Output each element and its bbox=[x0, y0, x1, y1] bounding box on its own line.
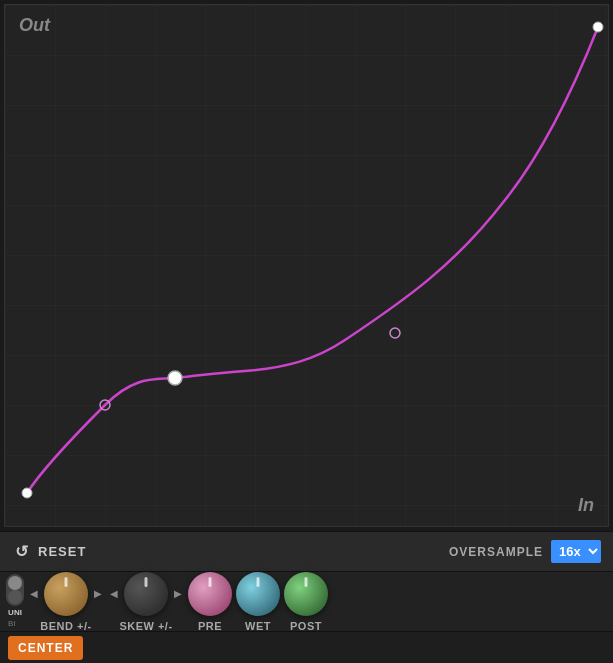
wet-knob[interactable] bbox=[236, 572, 280, 616]
skew-right-arrow[interactable]: ▶ bbox=[172, 588, 184, 599]
reset-label: RESET bbox=[38, 544, 86, 559]
svg-point-1 bbox=[22, 488, 32, 498]
center-row: CENTER bbox=[0, 631, 613, 663]
post-label: POST bbox=[290, 620, 322, 632]
graph-in-label: In bbox=[578, 495, 594, 516]
uni-bi-container: UNI BI bbox=[6, 574, 24, 629]
bend-arrow-row: ◀ ▶ bbox=[28, 572, 104, 616]
skew-label: SKEW +/- bbox=[119, 620, 172, 632]
graph-out-label: Out bbox=[19, 15, 50, 36]
uni-knob bbox=[8, 576, 22, 590]
pre-knob[interactable] bbox=[188, 572, 232, 616]
graph-svg bbox=[5, 5, 608, 526]
skew-arrow-row: ◀ ▶ bbox=[108, 572, 184, 616]
skew-left-arrow[interactable]: ◀ bbox=[108, 588, 120, 599]
uni-bi-toggle[interactable] bbox=[6, 574, 24, 606]
bend-container: ◀ ▶ BEND +/- bbox=[28, 572, 104, 632]
reset-icon: ↺ bbox=[12, 542, 32, 562]
center-button[interactable]: CENTER bbox=[8, 636, 83, 660]
bottom-bar: ↺ RESET OVERSAMPLE 1x 2x 4x 8x 16x bbox=[0, 531, 613, 571]
wet-label: WET bbox=[245, 620, 271, 632]
pre-container: PRE bbox=[188, 572, 232, 632]
wet-container: WET bbox=[236, 572, 280, 632]
svg-rect-0 bbox=[5, 5, 608, 526]
bend-left-arrow[interactable]: ◀ bbox=[28, 588, 40, 599]
graph-area[interactable]: Out In bbox=[4, 4, 609, 527]
app-container: Out In ↺ RESET OVERSAMPLE 1x 2x 4x 8x 16… bbox=[0, 0, 613, 663]
skew-container: ◀ ▶ SKEW +/- bbox=[108, 572, 184, 632]
uni-label: UNI bbox=[8, 608, 22, 618]
svg-point-5 bbox=[593, 22, 603, 32]
oversample-select[interactable]: 1x 2x 4x 8x 16x bbox=[551, 540, 601, 563]
post-container: POST bbox=[284, 572, 328, 632]
bi-label: BI bbox=[8, 619, 22, 629]
oversample-label: OVERSAMPLE bbox=[449, 545, 543, 559]
oversample-section: OVERSAMPLE 1x 2x 4x 8x 16x bbox=[449, 540, 601, 563]
controls-row: UNI BI ◀ ▶ BEND +/- ◀ ▶ SKEW +/- P bbox=[0, 571, 613, 631]
pre-label: PRE bbox=[198, 620, 222, 632]
post-knob[interactable] bbox=[284, 572, 328, 616]
uni-bi-labels: UNI BI bbox=[8, 608, 22, 629]
bi-knob bbox=[8, 590, 22, 604]
bend-knob[interactable] bbox=[44, 572, 88, 616]
svg-point-3 bbox=[168, 371, 182, 385]
bend-label: BEND +/- bbox=[40, 620, 91, 632]
reset-button[interactable]: ↺ RESET bbox=[12, 542, 86, 562]
bend-right-arrow[interactable]: ▶ bbox=[92, 588, 104, 599]
skew-knob[interactable] bbox=[124, 572, 168, 616]
